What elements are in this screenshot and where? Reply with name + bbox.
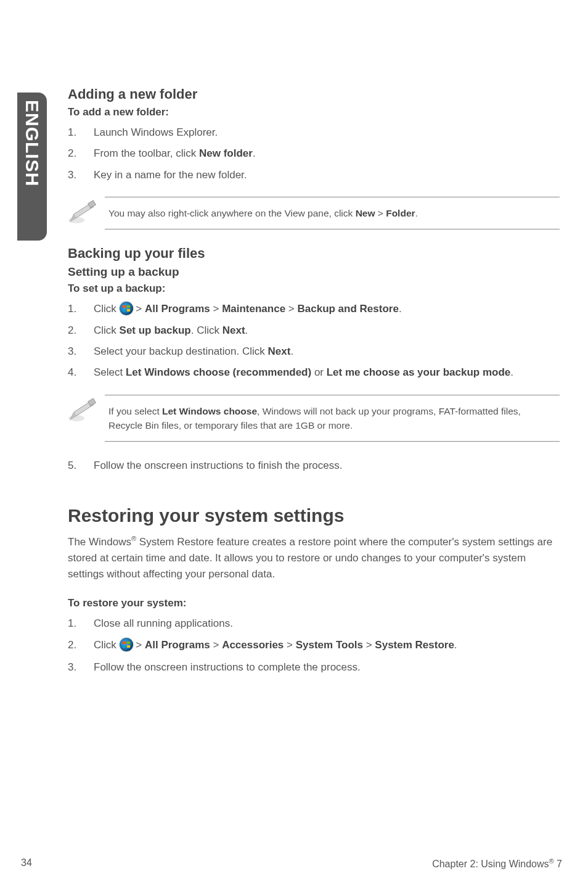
page-number: 34 xyxy=(21,857,32,870)
list-text: Close all running applications. xyxy=(94,616,560,632)
language-tab: ENGLISH xyxy=(17,93,47,241)
list-item: 4.Select Let Windows choose (recommended… xyxy=(68,365,560,381)
lead-set-backup: To set up a backup: xyxy=(68,283,560,295)
pencil-icon xyxy=(68,395,105,422)
list-set-backup: 1.Click > All Programs > Maintenance > B… xyxy=(68,301,560,381)
restoring-paragraph: The Windows® System Restore feature crea… xyxy=(68,534,560,583)
list-item: 1.Launch Windows Explorer. xyxy=(68,125,560,141)
list-item: 1.Close all running applications. xyxy=(68,616,560,632)
list-num: 1. xyxy=(68,125,94,141)
lead-restore: To restore your system: xyxy=(68,597,560,609)
windows-start-icon xyxy=(120,302,133,315)
list-item: 3.Select your backup destination. Click … xyxy=(68,344,560,360)
list-text: Key in a name for the new folder. xyxy=(94,167,560,183)
note-row: You may also right-click anywhere on the… xyxy=(68,197,560,229)
heading-backing-up: Backing up your files xyxy=(68,245,560,262)
pencil-icon xyxy=(68,197,105,224)
list-num: 2. xyxy=(68,637,94,653)
windows-start-icon xyxy=(120,638,133,651)
list-item: 5.Follow the onscreen instructions to fi… xyxy=(68,458,560,474)
list-text: Select your backup destination. Click Ne… xyxy=(94,344,560,360)
heading-setting-backup: Setting up a backup xyxy=(68,265,560,279)
chapter-label: Chapter 2: Using Windows® 7 xyxy=(432,857,562,870)
list-text: Follow the onscreen instructions to comp… xyxy=(94,659,560,675)
list-item: 2.From the toolbar, click New folder. xyxy=(68,146,560,162)
list-text: Click Set up backup. Click Next. xyxy=(94,323,560,339)
list-num: 4. xyxy=(68,365,94,381)
lead-add-folder: To add a new folder: xyxy=(68,106,560,118)
list-text: Launch Windows Explorer. xyxy=(94,125,560,141)
list-num: 3. xyxy=(68,659,94,675)
list-text: Click > All Programs > Accessories > Sys… xyxy=(94,637,560,653)
list-add-folder: 1.Launch Windows Explorer. 2.From the to… xyxy=(68,125,560,183)
language-tab-label: ENGLISH xyxy=(22,100,43,186)
page-content: Adding a new folder To add a new folder:… xyxy=(68,86,560,687)
list-num: 2. xyxy=(68,323,94,339)
list-item: 1.Click > All Programs > Maintenance > B… xyxy=(68,301,560,317)
page-footer: 34 Chapter 2: Using Windows® 7 xyxy=(21,857,562,870)
list-item: 2.Click > All Programs > Accessories > S… xyxy=(68,637,560,653)
list-item: 3.Follow the onscreen instructions to co… xyxy=(68,659,560,675)
list-item: 3.Key in a name for the new folder. xyxy=(68,167,560,183)
list-num: 3. xyxy=(68,167,94,183)
note-box: If you select Let Windows choose, Window… xyxy=(105,395,560,442)
heading-adding-folder: Adding a new folder xyxy=(68,86,560,102)
heading-restoring: Restoring your system settings xyxy=(68,505,560,526)
note-box: You may also right-click anywhere on the… xyxy=(105,197,560,229)
note-row: If you select Let Windows choose, Window… xyxy=(68,395,560,442)
list-num: 1. xyxy=(68,301,94,317)
list-text: Click > All Programs > Maintenance > Bac… xyxy=(94,301,560,317)
list-num: 1. xyxy=(68,616,94,632)
list-num: 3. xyxy=(68,344,94,360)
list-text: Select Let Windows choose (recommended) … xyxy=(94,365,560,381)
list-item: 2.Click Set up backup. Click Next. xyxy=(68,323,560,339)
list-set-backup-after: 5.Follow the onscreen instructions to fi… xyxy=(68,458,560,474)
list-text: Follow the onscreen instructions to fini… xyxy=(94,458,560,474)
list-num: 5. xyxy=(68,458,94,474)
list-num: 2. xyxy=(68,146,94,162)
list-text: From the toolbar, click New folder. xyxy=(94,146,560,162)
list-restore: 1.Close all running applications. 2.Clic… xyxy=(68,616,560,675)
